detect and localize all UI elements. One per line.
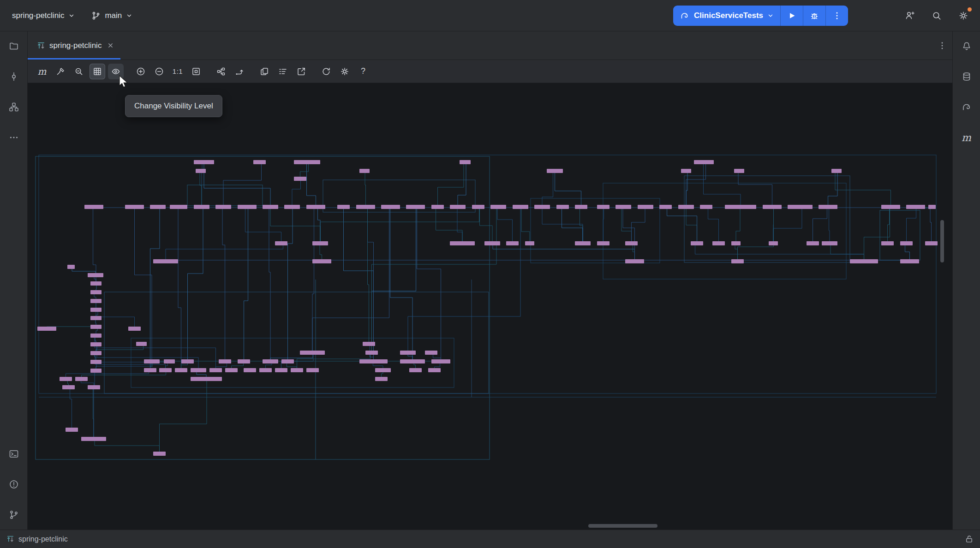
zoom-in-button[interactable] [133, 64, 149, 79]
methods-visibility-button[interactable]: m [34, 64, 50, 79]
settings-button[interactable] [954, 6, 973, 25]
uml-diagram[interactable] [28, 83, 952, 530]
branch-name: main [105, 11, 122, 20]
structure-icon [9, 102, 19, 112]
tab-spring-petclinic[interactable]: spring-petclinic [28, 31, 120, 60]
status-bar: spring-petclinic [0, 530, 980, 548]
zoom-select-icon [74, 67, 84, 76]
notifications-button[interactable] [957, 37, 976, 55]
problems-icon [9, 479, 19, 489]
play-icon [787, 11, 796, 20]
fit-content-button[interactable] [188, 64, 204, 79]
kebab-menu-icon [938, 41, 947, 50]
vertical-scrollbar[interactable] [940, 220, 944, 262]
folder-icon [9, 41, 19, 51]
search-everywhere-button[interactable] [927, 6, 946, 25]
horizontal-scrollbar[interactable] [588, 524, 657, 528]
export-icon [297, 67, 306, 76]
layout-tree-icon [216, 67, 226, 76]
refresh-icon [322, 67, 331, 76]
code-with-me-button[interactable] [901, 6, 919, 25]
terminal-tool-window-button[interactable] [5, 445, 23, 463]
uml-diagram-icon [6, 535, 14, 543]
grid-toggle-button[interactable] [90, 64, 105, 79]
editor-tab-bar: spring-petclinic [28, 31, 952, 60]
chevron-down-icon [767, 12, 774, 19]
list-icon [278, 67, 287, 76]
copy-icon [260, 67, 269, 76]
structure-tool-window-button[interactable] [5, 98, 23, 116]
gear-icon [958, 11, 968, 21]
project-selector[interactable]: spring-petclinic [7, 7, 79, 24]
version-control-tool-window-button[interactable] [5, 506, 23, 524]
gradle-icon [961, 101, 972, 113]
grid-icon [93, 67, 102, 76]
lock-button[interactable] [965, 535, 974, 543]
maven-tool-window-button[interactable]: m [957, 128, 976, 147]
node-details-button[interactable] [275, 64, 291, 79]
status-project-label: spring-petclinic [18, 535, 68, 543]
tab-label: spring-petclinic [49, 41, 102, 50]
notification-dot [968, 7, 972, 12]
database-icon [962, 71, 972, 82]
diagram-toolbar: m 1:1 [28, 60, 952, 83]
zoom-in-icon [136, 67, 145, 76]
chevron-down-icon [126, 12, 132, 19]
run-configuration-selector[interactable]: ClinicServiceTests [673, 6, 780, 26]
zoom-out-icon [155, 67, 164, 76]
more-run-options-button[interactable] [825, 6, 848, 26]
uml-diagram-icon [37, 42, 45, 50]
project-tool-window-button[interactable] [5, 37, 23, 55]
tab-options-button[interactable] [938, 41, 947, 50]
mouse-cursor [118, 75, 130, 89]
help-button[interactable]: ? [355, 64, 371, 79]
diagram-settings-button[interactable] [337, 64, 353, 79]
git-branch-icon [91, 11, 101, 20]
more-tool-windows-button[interactable] [5, 128, 23, 147]
problems-tool-window-button[interactable] [5, 475, 23, 494]
edit-tool-button[interactable] [53, 64, 68, 79]
editor-area: spring-petclinic m 1:1 [28, 31, 952, 530]
git-branch-icon [9, 510, 19, 520]
methods-icon: m [38, 66, 47, 77]
close-tab-icon[interactable] [107, 42, 114, 49]
project-name: spring-petclinic [12, 11, 64, 20]
gear-icon [340, 67, 349, 76]
refresh-button[interactable] [318, 64, 334, 79]
commit-icon [9, 71, 19, 82]
run-widget: ClinicServiceTests [673, 6, 848, 26]
diagram-canvas[interactable] [28, 83, 952, 530]
more-icon [9, 132, 19, 143]
actual-size-button[interactable]: 1:1 [170, 64, 185, 79]
gradle-tool-window-button[interactable] [957, 98, 976, 116]
chevron-down-icon [68, 12, 75, 19]
copy-diagram-button[interactable] [257, 64, 272, 79]
route-edge-icon [235, 67, 244, 76]
export-diagram-button[interactable] [293, 64, 309, 79]
fit-content-icon [191, 67, 201, 76]
run-configuration-name: ClinicServiceTests [694, 11, 763, 20]
zoom-out-button[interactable] [151, 64, 167, 79]
left-tool-rail [0, 31, 28, 530]
tooltip-text: Change Visibility Level [134, 101, 213, 110]
lock-open-icon [965, 535, 974, 543]
zoom-select-button[interactable] [71, 64, 87, 79]
commit-tool-window-button[interactable] [5, 67, 23, 86]
status-project[interactable]: spring-petclinic [6, 535, 68, 543]
terminal-icon [9, 449, 19, 459]
branch-selector[interactable]: main [87, 7, 137, 24]
right-tool-rail: m [952, 31, 980, 530]
search-icon [932, 11, 942, 21]
gradle-icon [680, 11, 690, 21]
kebab-menu-icon [832, 11, 842, 20]
actual-size-label: 1:1 [173, 67, 183, 75]
main-toolbar: spring-petclinic main ClinicServiceTests [0, 0, 980, 31]
debug-button[interactable] [803, 6, 825, 26]
apply-layout-button[interactable] [213, 64, 229, 79]
run-button[interactable] [780, 6, 803, 26]
route-edges-button[interactable] [232, 64, 247, 79]
user-plus-icon [905, 11, 915, 21]
hammer-icon [56, 67, 65, 76]
tooltip: Change Visibility Level [125, 95, 222, 117]
database-tool-window-button[interactable] [957, 67, 976, 86]
